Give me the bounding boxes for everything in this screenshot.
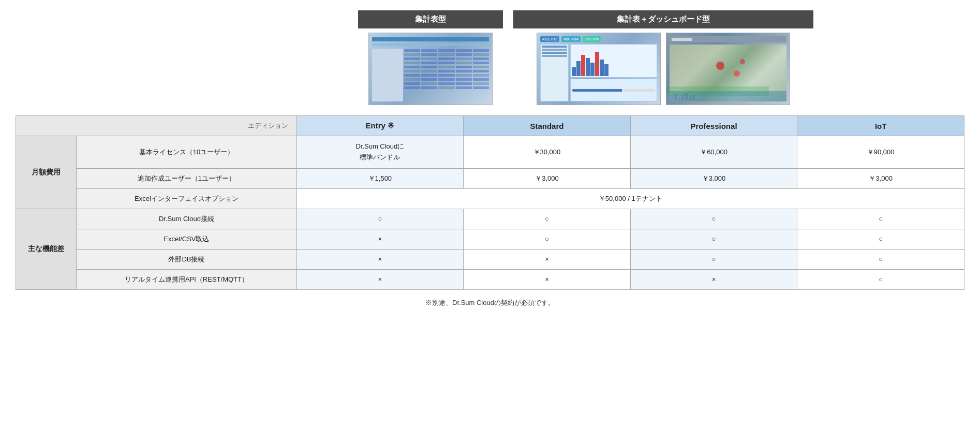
iot-excel-csv: ○ bbox=[797, 229, 964, 249]
top-section: 集計表型 bbox=[16, 10, 964, 105]
header-professional: Professional bbox=[630, 116, 797, 136]
table-row: 主な機能差 Dr.Sum Cloud接続 ○ ○ ○ ○ bbox=[16, 209, 964, 229]
table-row: Excel/CSV取込 × ○ ○ ○ bbox=[16, 229, 964, 249]
feature-drsum-cloud: Dr.Sum Cloud接続 bbox=[77, 209, 296, 229]
iot-external-db: ○ bbox=[797, 249, 964, 269]
entry-excel-csv: × bbox=[296, 229, 464, 249]
standard-additional-user: ￥3,000 bbox=[464, 168, 631, 188]
feature-external-db: 外部DB接続 bbox=[77, 249, 296, 269]
iot-basic-license: ￥90,000 bbox=[797, 136, 964, 169]
feature-realtime-api: リアルタイム連携用API（REST/MQTT） bbox=[77, 269, 296, 289]
header-iot: IoT bbox=[797, 116, 964, 136]
standard-external-db: × bbox=[464, 249, 631, 269]
table-header-row: エディション Entry ※ Standard Professional IoT bbox=[16, 116, 964, 136]
table-row: Excelインターフェイスオプション ￥50,000 / 1テナント bbox=[16, 188, 964, 209]
professional-basic-license: ￥60,000 bbox=[630, 136, 797, 169]
category1-images bbox=[368, 33, 493, 105]
table-row: 月額費用 基本ライセンス（10ユーザー） Dr.Sum Cloudに標準バンドル… bbox=[16, 136, 964, 169]
professional-excel-csv: ○ bbox=[630, 229, 797, 249]
iot-drsum-cloud: ○ bbox=[797, 209, 964, 229]
standard-drsum-cloud: ○ bbox=[464, 209, 631, 229]
entry-additional-user: ￥1,500 bbox=[296, 168, 464, 188]
feature-excel-csv: Excel/CSV取込 bbox=[77, 229, 296, 249]
category-features: 主な機能差 bbox=[16, 209, 77, 289]
entry-drsum-cloud: ○ bbox=[296, 209, 464, 229]
standard-basic-license: ￥30,000 bbox=[464, 136, 631, 169]
category1-header: 集計表型 bbox=[358, 10, 503, 28]
table-row: リアルタイム連携用API（REST/MQTT） × × × ○ bbox=[16, 269, 964, 289]
header-standard: Standard bbox=[464, 116, 631, 136]
category2-images: 453,701 460,484 102.6% bbox=[537, 33, 790, 105]
category-monthly: 月額費用 bbox=[16, 136, 77, 209]
note-text: ※別途、Dr.Sum Cloudの契約が必須です。 bbox=[16, 298, 964, 308]
feature-additional-user: 追加作成ユーザー（1ユーザー） bbox=[77, 168, 296, 188]
pricing-table: エディション Entry ※ Standard Professional IoT… bbox=[16, 115, 964, 290]
header-entry: Entry ※ bbox=[296, 116, 464, 136]
category1-screenshot bbox=[368, 33, 493, 105]
feature-excel-option: Excelインターフェイスオプション bbox=[77, 188, 296, 209]
entry-basic-license: Dr.Sum Cloudに標準バンドル bbox=[296, 136, 464, 169]
category2-screenshot2 bbox=[666, 33, 790, 105]
feature-basic-license: 基本ライセンス（10ユーザー） bbox=[77, 136, 296, 169]
professional-realtime-api: × bbox=[630, 269, 797, 289]
professional-drsum-cloud: ○ bbox=[630, 209, 797, 229]
category2-screenshot1: 453,701 460,484 102.6% bbox=[537, 33, 661, 105]
category2-block: 集計表＋ダッシュボード型 453,701 460,484 102.6% bbox=[513, 10, 813, 105]
professional-additional-user: ￥3,000 bbox=[630, 168, 797, 188]
category2-header: 集計表＋ダッシュボード型 bbox=[513, 10, 813, 28]
category1-block: 集計表型 bbox=[358, 10, 503, 105]
standard-realtime-api: × bbox=[464, 269, 631, 289]
edition-label: エディション bbox=[16, 116, 297, 136]
entry-external-db: × bbox=[296, 249, 464, 269]
professional-external-db: ○ bbox=[630, 249, 797, 269]
iot-realtime-api: ○ bbox=[797, 269, 964, 289]
iot-additional-user: ￥3,000 bbox=[797, 168, 964, 188]
table-row: 外部DB接続 × × ○ ○ bbox=[16, 249, 964, 269]
entry-realtime-api: × bbox=[296, 269, 464, 289]
table-row: 追加作成ユーザー（1ユーザー） ￥1,500 ￥3,000 ￥3,000 ￥3,… bbox=[16, 168, 964, 188]
standard-excel-csv: ○ bbox=[464, 229, 631, 249]
excel-option-span: ￥50,000 / 1テナント bbox=[296, 188, 964, 209]
